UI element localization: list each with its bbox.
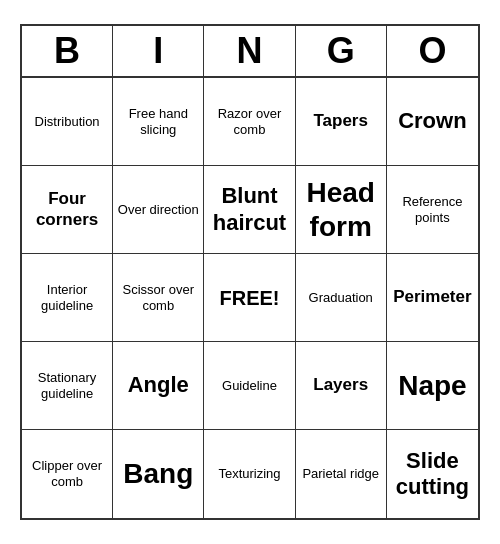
bingo-cell-11: Scissor over comb <box>113 254 204 342</box>
bingo-cell-23: Parietal ridge <box>296 430 387 518</box>
bingo-cell-17: Guideline <box>204 342 295 430</box>
bingo-cell-12: FREE! <box>204 254 295 342</box>
bingo-header: BINGO <box>22 26 478 78</box>
bingo-cell-7: Blunt haircut <box>204 166 295 254</box>
bingo-cell-1: Free hand slicing <box>113 78 204 166</box>
bingo-cell-2: Razor over comb <box>204 78 295 166</box>
header-letter-n: N <box>204 26 295 76</box>
bingo-cell-6: Over direction <box>113 166 204 254</box>
bingo-card: BINGO DistributionFree hand slicingRazor… <box>20 24 480 520</box>
bingo-cell-24: Slide cutting <box>387 430 478 518</box>
header-letter-o: O <box>387 26 478 76</box>
bingo-cell-15: Stationary guideline <box>22 342 113 430</box>
bingo-cell-19: Nape <box>387 342 478 430</box>
bingo-cell-16: Angle <box>113 342 204 430</box>
bingo-cell-20: Clipper over comb <box>22 430 113 518</box>
bingo-grid: DistributionFree hand slicingRazor over … <box>22 78 478 518</box>
bingo-cell-14: Perimeter <box>387 254 478 342</box>
bingo-cell-22: Texturizing <box>204 430 295 518</box>
bingo-cell-10: Interior guideline <box>22 254 113 342</box>
header-letter-b: B <box>22 26 113 76</box>
bingo-cell-3: Tapers <box>296 78 387 166</box>
header-letter-i: I <box>113 26 204 76</box>
bingo-cell-4: Crown <box>387 78 478 166</box>
bingo-cell-9: Reference points <box>387 166 478 254</box>
bingo-cell-18: Layers <box>296 342 387 430</box>
header-letter-g: G <box>296 26 387 76</box>
bingo-cell-5: Four corners <box>22 166 113 254</box>
bingo-cell-0: Distribution <box>22 78 113 166</box>
bingo-cell-8: Head form <box>296 166 387 254</box>
bingo-cell-13: Graduation <box>296 254 387 342</box>
bingo-cell-21: Bang <box>113 430 204 518</box>
